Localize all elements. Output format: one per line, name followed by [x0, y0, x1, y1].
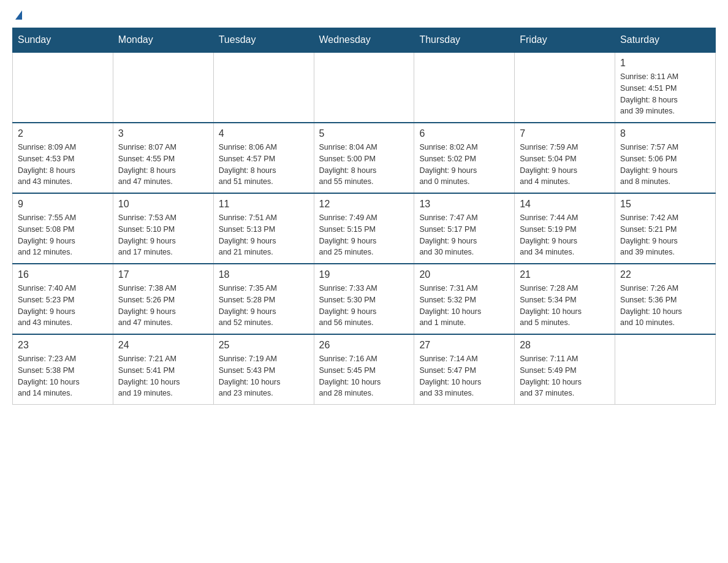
day-info: Sunrise: 7:40 AMSunset: 5:23 PMDaylight:…	[18, 283, 108, 329]
calendar-cell: 14Sunrise: 7:44 AMSunset: 5:19 PMDayligh…	[515, 193, 615, 264]
weekday-header-friday: Friday	[515, 28, 615, 53]
day-number: 27	[419, 340, 509, 351]
day-info: Sunrise: 7:21 AMSunset: 5:41 PMDaylight:…	[118, 353, 208, 399]
day-number: 10	[118, 199, 208, 210]
day-number: 23	[18, 340, 108, 351]
day-info: Sunrise: 7:53 AMSunset: 5:10 PMDaylight:…	[118, 212, 208, 258]
day-number: 12	[319, 199, 409, 210]
day-info: Sunrise: 7:44 AMSunset: 5:19 PMDaylight:…	[520, 212, 610, 258]
day-number: 21	[520, 269, 610, 280]
day-info: Sunrise: 7:23 AMSunset: 5:38 PMDaylight:…	[18, 353, 108, 399]
calendar-cell: 10Sunrise: 7:53 AMSunset: 5:10 PMDayligh…	[113, 193, 213, 264]
calendar-cell	[213, 52, 314, 123]
calendar-cell: 13Sunrise: 7:47 AMSunset: 5:17 PMDayligh…	[414, 193, 515, 264]
day-info: Sunrise: 7:55 AMSunset: 5:08 PMDaylight:…	[18, 212, 108, 258]
calendar-cell: 3Sunrise: 8:07 AMSunset: 4:55 PMDaylight…	[113, 123, 213, 193]
calendar-cell: 9Sunrise: 7:55 AMSunset: 5:08 PMDaylight…	[13, 193, 113, 264]
page-header	[12, 12, 716, 21]
day-info: Sunrise: 8:06 AMSunset: 4:57 PMDaylight:…	[219, 142, 309, 188]
calendar-cell: 24Sunrise: 7:21 AMSunset: 5:41 PMDayligh…	[113, 334, 213, 405]
day-number: 14	[520, 199, 610, 210]
day-info: Sunrise: 7:16 AMSunset: 5:45 PMDaylight:…	[319, 353, 409, 399]
day-info: Sunrise: 7:42 AMSunset: 5:21 PMDaylight:…	[620, 212, 710, 258]
calendar-cell	[414, 52, 515, 123]
day-number: 22	[620, 269, 710, 280]
day-number: 28	[520, 340, 610, 351]
week-row-3: 9Sunrise: 7:55 AMSunset: 5:08 PMDaylight…	[13, 193, 716, 264]
day-info: Sunrise: 7:26 AMSunset: 5:36 PMDaylight:…	[620, 283, 710, 329]
calendar-cell: 28Sunrise: 7:11 AMSunset: 5:49 PMDayligh…	[515, 334, 615, 405]
day-number: 20	[419, 269, 509, 280]
day-number: 17	[118, 269, 208, 280]
calendar-cell: 21Sunrise: 7:28 AMSunset: 5:34 PMDayligh…	[515, 264, 615, 334]
calendar-table: SundayMondayTuesdayWednesdayThursdayFrid…	[12, 28, 716, 405]
day-number: 19	[319, 269, 409, 280]
day-number: 2	[18, 128, 108, 139]
day-info: Sunrise: 7:49 AMSunset: 5:15 PMDaylight:…	[319, 212, 409, 258]
day-info: Sunrise: 7:31 AMSunset: 5:32 PMDaylight:…	[419, 283, 509, 329]
day-number: 1	[620, 58, 710, 69]
week-row-4: 16Sunrise: 7:40 AMSunset: 5:23 PMDayligh…	[13, 264, 716, 334]
day-info: Sunrise: 8:04 AMSunset: 5:00 PMDaylight:…	[319, 142, 409, 188]
weekday-header-sunday: Sunday	[13, 28, 113, 53]
day-number: 25	[219, 340, 309, 351]
weekday-header-tuesday: Tuesday	[213, 28, 314, 53]
day-number: 7	[520, 128, 610, 139]
calendar-cell: 6Sunrise: 8:02 AMSunset: 5:02 PMDaylight…	[414, 123, 515, 193]
day-number: 6	[419, 128, 509, 139]
day-number: 26	[319, 340, 409, 351]
day-number: 5	[319, 128, 409, 139]
calendar-cell: 1Sunrise: 8:11 AMSunset: 4:51 PMDaylight…	[615, 52, 716, 123]
calendar-cell: 18Sunrise: 7:35 AMSunset: 5:28 PMDayligh…	[213, 264, 314, 334]
day-info: Sunrise: 7:35 AMSunset: 5:28 PMDaylight:…	[219, 283, 309, 329]
logo-triangle-icon	[15, 10, 22, 20]
calendar-cell: 20Sunrise: 7:31 AMSunset: 5:32 PMDayligh…	[414, 264, 515, 334]
calendar-cell	[515, 52, 615, 123]
calendar-cell: 25Sunrise: 7:19 AMSunset: 5:43 PMDayligh…	[213, 334, 314, 405]
day-number: 18	[219, 269, 309, 280]
calendar-cell: 8Sunrise: 7:57 AMSunset: 5:06 PMDaylight…	[615, 123, 716, 193]
calendar-cell: 19Sunrise: 7:33 AMSunset: 5:30 PMDayligh…	[314, 264, 414, 334]
calendar-cell: 4Sunrise: 8:06 AMSunset: 4:57 PMDaylight…	[213, 123, 314, 193]
day-number: 9	[18, 199, 108, 210]
day-info: Sunrise: 7:28 AMSunset: 5:34 PMDaylight:…	[520, 283, 610, 329]
day-info: Sunrise: 7:33 AMSunset: 5:30 PMDaylight:…	[319, 283, 409, 329]
weekday-header-monday: Monday	[113, 28, 213, 53]
calendar-cell	[113, 52, 213, 123]
calendar-cell: 15Sunrise: 7:42 AMSunset: 5:21 PMDayligh…	[615, 193, 716, 264]
weekday-header-thursday: Thursday	[414, 28, 515, 53]
day-info: Sunrise: 7:47 AMSunset: 5:17 PMDaylight:…	[419, 212, 509, 258]
calendar-cell: 22Sunrise: 7:26 AMSunset: 5:36 PMDayligh…	[615, 264, 716, 334]
day-number: 13	[419, 199, 509, 210]
calendar-cell: 7Sunrise: 7:59 AMSunset: 5:04 PMDaylight…	[515, 123, 615, 193]
day-number: 3	[118, 128, 208, 139]
calendar-cell: 27Sunrise: 7:14 AMSunset: 5:47 PMDayligh…	[414, 334, 515, 405]
logo	[12, 12, 22, 21]
calendar-cell: 17Sunrise: 7:38 AMSunset: 5:26 PMDayligh…	[113, 264, 213, 334]
day-info: Sunrise: 7:19 AMSunset: 5:43 PMDaylight:…	[219, 353, 309, 399]
day-number: 24	[118, 340, 208, 351]
day-info: Sunrise: 7:11 AMSunset: 5:49 PMDaylight:…	[520, 353, 610, 399]
day-info: Sunrise: 8:02 AMSunset: 5:02 PMDaylight:…	[419, 142, 509, 188]
calendar-cell: 16Sunrise: 7:40 AMSunset: 5:23 PMDayligh…	[13, 264, 113, 334]
day-number: 8	[620, 128, 710, 139]
calendar-cell: 2Sunrise: 8:09 AMSunset: 4:53 PMDaylight…	[13, 123, 113, 193]
day-info: Sunrise: 7:38 AMSunset: 5:26 PMDaylight:…	[118, 283, 208, 329]
calendar-cell: 26Sunrise: 7:16 AMSunset: 5:45 PMDayligh…	[314, 334, 414, 405]
week-row-2: 2Sunrise: 8:09 AMSunset: 4:53 PMDaylight…	[13, 123, 716, 193]
calendar-cell: 12Sunrise: 7:49 AMSunset: 5:15 PMDayligh…	[314, 193, 414, 264]
calendar-cell: 11Sunrise: 7:51 AMSunset: 5:13 PMDayligh…	[213, 193, 314, 264]
weekday-header-saturday: Saturday	[615, 28, 716, 53]
calendar-cell: 5Sunrise: 8:04 AMSunset: 5:00 PMDaylight…	[314, 123, 414, 193]
calendar-header-row: SundayMondayTuesdayWednesdayThursdayFrid…	[13, 28, 716, 53]
day-info: Sunrise: 8:07 AMSunset: 4:55 PMDaylight:…	[118, 142, 208, 188]
week-row-5: 23Sunrise: 7:23 AMSunset: 5:38 PMDayligh…	[13, 334, 716, 405]
day-number: 4	[219, 128, 309, 139]
calendar-cell	[13, 52, 113, 123]
calendar-cell	[314, 52, 414, 123]
day-info: Sunrise: 8:11 AMSunset: 4:51 PMDaylight:…	[620, 71, 710, 117]
calendar-cell: 23Sunrise: 7:23 AMSunset: 5:38 PMDayligh…	[13, 334, 113, 405]
day-info: Sunrise: 7:57 AMSunset: 5:06 PMDaylight:…	[620, 142, 710, 188]
day-info: Sunrise: 7:14 AMSunset: 5:47 PMDaylight:…	[419, 353, 509, 399]
day-number: 11	[219, 199, 309, 210]
